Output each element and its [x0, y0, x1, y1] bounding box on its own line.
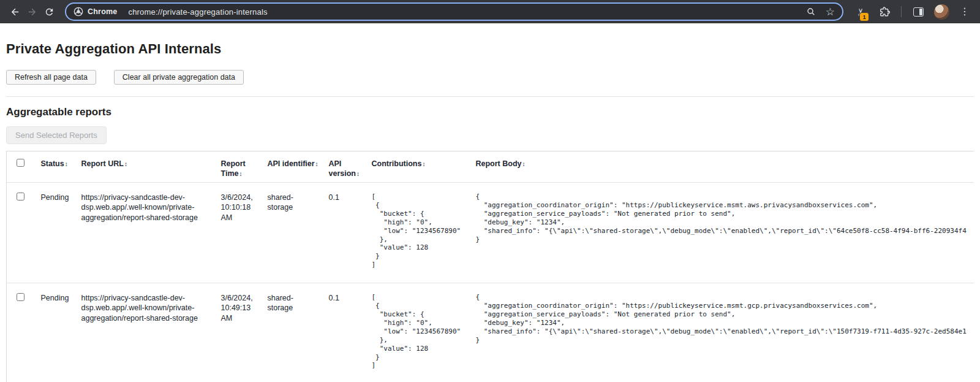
avatar: [934, 4, 949, 20]
sort-icon: ↕: [315, 161, 318, 167]
toolbar-separator: [901, 6, 902, 17]
forward-arrow-icon: [27, 7, 37, 17]
section-heading: Aggregatable reports: [6, 106, 974, 118]
forward-button[interactable]: [23, 3, 40, 20]
row-checkbox[interactable]: [17, 293, 24, 301]
bookmark-star-icon[interactable]: ☆: [826, 7, 835, 17]
chrome-logo-icon: [74, 7, 83, 17]
report-body-cell: { "aggregation_coordinator_origin": "htt…: [471, 283, 974, 382]
browser-toolbar: Chrome chrome://private-aggregation-inte…: [0, 0, 980, 23]
extensions-button[interactable]: [875, 2, 894, 21]
table-row: Pending https://privacy-sandcastle-dev-d…: [7, 283, 974, 382]
reports-table: Status↕ Report URL↕ Report Time↕ API ide…: [6, 151, 974, 382]
report-body-json: { "aggregation_coordinator_origin": "htt…: [476, 293, 970, 344]
url-text[interactable]: chrome://private-aggregation-internals: [128, 7, 799, 17]
puzzle-icon: [879, 6, 891, 18]
sort-icon: ↕: [422, 161, 425, 167]
divider: [6, 96, 974, 97]
contributions-json: [ { "bucket": { "high": "0", "low": "123…: [372, 293, 466, 370]
sort-icon: ↕: [65, 161, 68, 167]
select-all-checkbox[interactable]: [17, 159, 24, 167]
report-body-json: { "aggregation_coordinator_origin": "htt…: [476, 193, 970, 243]
clear-all-button[interactable]: Clear all private aggregation data: [114, 70, 244, 85]
sort-icon: ↕: [356, 170, 360, 177]
refresh-all-button[interactable]: Refresh all page data: [6, 70, 96, 85]
table-row: Pending https://privacy-sandcastle-dev-d…: [7, 183, 974, 283]
header-report-body[interactable]: Report Body↕: [471, 151, 974, 183]
send-selected-reports-button[interactable]: Send Selected Reports: [6, 126, 107, 144]
search-icon[interactable]: [806, 7, 816, 17]
side-panel-icon: [913, 7, 924, 17]
reload-button[interactable]: [40, 3, 58, 20]
kebab-menu-icon: ⋮: [960, 7, 970, 17]
api-identifier-cell: shared-storage: [263, 283, 324, 382]
site-chip[interactable]: Chrome: [74, 7, 117, 17]
sort-icon: ↕: [124, 161, 127, 167]
sort-icon: ↕: [522, 161, 526, 167]
status-cell: Pending: [36, 283, 77, 382]
sort-icon: ↕: [239, 170, 242, 177]
header-report-time[interactable]: Report Time↕: [216, 151, 263, 183]
menu-button[interactable]: ⋮: [956, 2, 974, 21]
api-version-cell: 0.1: [324, 183, 367, 283]
header-report-url[interactable]: Report URL↕: [77, 151, 216, 183]
profile-button[interactable]: [932, 2, 951, 21]
header-api-identifier[interactable]: API identifier↕: [263, 151, 324, 183]
back-button[interactable]: [6, 3, 23, 20]
omnibox[interactable]: Chrome chrome://private-aggregation-inte…: [65, 2, 843, 21]
side-panel-button[interactable]: [909, 2, 927, 21]
api-identifier-cell: shared-storage: [263, 183, 324, 283]
header-status[interactable]: Status↕: [36, 151, 77, 183]
page-title: Private Aggregation API Internals: [6, 41, 974, 57]
report-url-cell: https://privacy-sandcastle-dev-dsp.web.a…: [77, 283, 216, 382]
api-version-cell: 0.1: [324, 283, 367, 382]
report-url-cell: https://privacy-sandcastle-dev-dsp.web.a…: [77, 183, 216, 283]
contributions-cell: [ { "bucket": { "high": "0", "low": "123…: [367, 183, 471, 283]
report-body-cell: { "aggregation_coordinator_origin": "htt…: [471, 183, 974, 283]
header-contributions[interactable]: Contributions↕: [367, 151, 471, 183]
report-time-cell: 3/6/2024, 10:10:18 AM: [216, 183, 263, 283]
extension-badge: 1: [859, 12, 869, 21]
back-arrow-icon: [10, 7, 20, 17]
status-cell: Pending: [36, 183, 77, 283]
reload-icon: [44, 7, 55, 17]
clipper-extension-button[interactable]: ✂ 1: [852, 2, 870, 21]
row-checkbox[interactable]: [17, 193, 24, 201]
contributions-json: [ { "bucket": { "high": "0", "low": "123…: [372, 193, 466, 269]
header-api-version[interactable]: API version↕: [324, 151, 367, 183]
report-time-cell: 3/6/2024, 10:49:13 AM: [216, 283, 263, 382]
page-content: Private Aggregation API Internals Refres…: [0, 41, 980, 382]
contributions-cell: [ { "bucket": { "high": "0", "low": "123…: [367, 283, 471, 382]
table-header-row: Status↕ Report URL↕ Report Time↕ API ide…: [7, 151, 974, 183]
site-chip-label: Chrome: [88, 7, 117, 16]
